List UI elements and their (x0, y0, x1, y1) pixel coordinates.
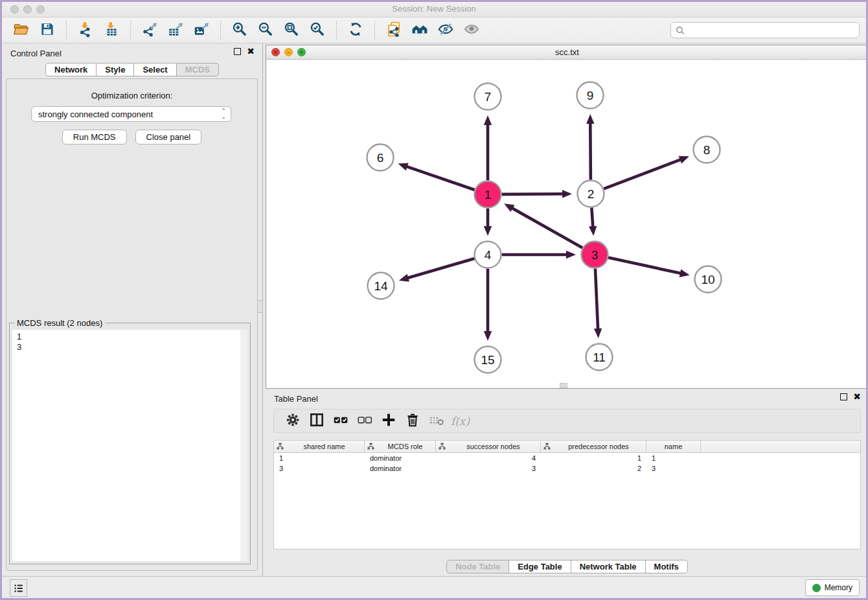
import-network-button[interactable] (73, 20, 98, 41)
edge-3-11[interactable] (595, 268, 598, 330)
tab-motifs[interactable]: Motifs (646, 560, 688, 573)
tab-style[interactable]: Style (97, 63, 134, 76)
delete-column-button[interactable] (400, 411, 424, 431)
close-panel-icon[interactable]: ✖ (247, 48, 255, 55)
table-cell[interactable]: 3 (646, 463, 701, 474)
close-panel-button[interactable]: Close panel (135, 130, 202, 144)
table-cell[interactable]: 1 (274, 453, 365, 463)
tab-edge-table[interactable]: Edge Table (509, 560, 571, 573)
delete-table-icon (428, 411, 445, 430)
column-tree-icon (367, 443, 374, 451)
zoom-selected-button[interactable] (304, 20, 330, 41)
tab-mcds[interactable]: MCDS (177, 63, 219, 76)
edge-3-10[interactable] (608, 258, 681, 274)
edge-1-6[interactable] (406, 167, 475, 190)
table-cell[interactable]: 1 (541, 453, 646, 463)
control-panel-tabs: NetworkStyleSelectMCDS (2, 63, 262, 76)
table-panel: Table Panel ✖ f(x) shared nameMCDS roles… (266, 389, 868, 576)
table-cell[interactable]: 3 (274, 463, 365, 474)
memory-button[interactable]: Memory (805, 579, 860, 596)
table-cell[interactable]: 1 (646, 453, 701, 463)
float-table-panel-icon[interactable] (840, 393, 847, 400)
tab-network[interactable]: Network (45, 63, 97, 76)
column-header-name[interactable]: name (646, 441, 701, 452)
open-session-button[interactable] (8, 20, 34, 41)
export-network-button[interactable] (137, 20, 163, 41)
zoom-selected-icon (309, 21, 326, 40)
import-table-button[interactable] (98, 20, 124, 41)
export-image-button[interactable] (188, 20, 214, 41)
import-network-icon (77, 21, 94, 40)
split-columns-button[interactable] (304, 411, 328, 431)
export-table-button[interactable] (163, 20, 188, 41)
save-session-button[interactable] (34, 20, 60, 41)
network-canvas[interactable]: 7968124314101511 (266, 60, 868, 388)
window-title: Session: New Session (2, 4, 866, 14)
column-header-label: MCDS role (378, 443, 433, 450)
table-cell[interactable]: 3 (436, 463, 541, 474)
tab-select[interactable]: Select (134, 63, 176, 76)
zoom-in-button[interactable] (227, 20, 253, 41)
dropdown-stepper-icon: ⌃⌄ (221, 108, 226, 120)
zoom-fit-button[interactable] (279, 20, 304, 41)
table-cell[interactable]: dominator (365, 463, 436, 474)
export-image-icon (193, 21, 210, 40)
result-scrollbar[interactable] (240, 330, 247, 561)
edge-4-14[interactable] (407, 259, 474, 278)
table-panel-title: Table Panel (274, 394, 318, 404)
select-all-checkbox-button[interactable] (328, 411, 352, 431)
edge-1-2[interactable] (501, 194, 564, 194)
settings-gear-button[interactable] (280, 411, 304, 431)
float-panel-icon[interactable] (234, 48, 241, 55)
table-cell[interactable]: 4 (436, 453, 541, 463)
search-input[interactable] (688, 25, 859, 35)
splitter-gripper[interactable] (257, 300, 263, 313)
refresh-layout-icon (347, 21, 364, 40)
delete-column-icon (404, 411, 421, 430)
edge-3-1[interactable] (512, 208, 583, 248)
add-column-button[interactable] (376, 411, 400, 431)
home-layout-button[interactable] (407, 20, 433, 41)
run-mcds-button[interactable]: Run MCDS (62, 130, 127, 144)
tab-network-table[interactable]: Network Table (571, 560, 646, 573)
criterion-dropdown-value: strongly connected component (38, 110, 153, 119)
table-cell[interactable]: dominator (365, 453, 436, 463)
criterion-dropdown[interactable]: strongly connected component ⌃⌄ (31, 106, 231, 122)
deselect-all-checkbox-button[interactable] (352, 411, 376, 431)
zoom-out-button[interactable] (253, 20, 279, 41)
table-cell[interactable]: 2 (541, 463, 646, 474)
edge-2-8[interactable] (604, 159, 681, 189)
search-field[interactable] (670, 22, 860, 38)
memory-status-icon (812, 584, 821, 592)
show-all-button[interactable] (459, 20, 485, 41)
hide-selected-button[interactable] (433, 20, 459, 41)
tab-node-table[interactable]: Node Table (446, 560, 509, 573)
column-header-mcds-role[interactable]: MCDS role (365, 441, 436, 452)
select-all-checkbox-icon (332, 411, 349, 430)
result-line: 1 (17, 332, 247, 342)
column-header-shared-name[interactable]: shared name (274, 441, 365, 452)
close-table-panel-icon[interactable]: ✖ (853, 393, 861, 400)
table-row[interactable]: 1dominator411 (274, 453, 860, 463)
toolbar-separator (220, 21, 221, 40)
copy-network-button[interactable] (381, 20, 407, 41)
column-header-successor-nodes[interactable]: successor nodes (436, 441, 541, 452)
refresh-layout-button[interactable] (343, 20, 369, 41)
node-table: shared nameMCDS rolesuccessor nodesprede… (273, 440, 861, 549)
node-label-1: 1 (485, 188, 492, 202)
canvas-gripper[interactable] (560, 383, 567, 388)
column-header-label: successor nodes (449, 443, 538, 450)
task-list-button[interactable] (10, 579, 27, 597)
deselect-all-checkbox-icon (356, 411, 373, 430)
mcds-result-textarea[interactable]: 13 (12, 330, 247, 561)
edge-2-9[interactable] (590, 122, 591, 180)
network-window-titlebar[interactable]: ✕ – + scc.txt (266, 45, 868, 60)
column-header-predecessor-nodes[interactable]: predecessor nodes (541, 441, 646, 452)
column-header-label: predecessor nodes (554, 443, 643, 450)
edge-2-3[interactable] (591, 207, 593, 227)
mcds-result-title: MCDS result (2 nodes) (14, 318, 105, 328)
node-label-10: 10 (701, 273, 714, 286)
show-all-icon (463, 21, 480, 40)
table-row[interactable]: 3dominator323 (274, 463, 860, 474)
toolbar-separator (374, 21, 375, 40)
